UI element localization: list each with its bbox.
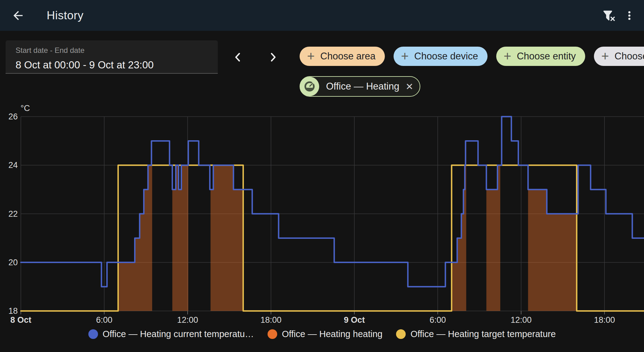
previous-period-button[interactable] (228, 47, 248, 67)
chip-label: Choose device (414, 51, 478, 62)
chip-label: Choose area (320, 51, 376, 62)
top-app-bar: History (0, 0, 644, 31)
chip-label: Choose entity (517, 51, 576, 62)
entity-avatar (300, 77, 319, 96)
legend-item-heating[interactable]: Office — Heating heating (268, 329, 383, 339)
chevron-left-icon (232, 51, 244, 63)
legend-dot-blue (88, 329, 98, 339)
svg-text:22: 22 (8, 209, 18, 219)
chevron-right-icon (267, 51, 279, 63)
legend-item-current-temperature[interactable]: Office — Heating current temperatu… (88, 329, 254, 339)
dots-vertical-icon (623, 9, 636, 22)
svg-text:6:00: 6:00 (96, 315, 113, 325)
remove-entity-icon[interactable]: ✕ (405, 81, 413, 92)
filter-chips-row: + Choose area + Choose device + Choose e… (300, 47, 644, 66)
choose-area-chip[interactable]: + Choose area (300, 47, 385, 66)
next-period-button[interactable] (263, 47, 283, 67)
history-page: History Start date - End date 8 Oct at 0… (0, 0, 644, 352)
svg-text:°C: °C (21, 104, 30, 113)
choose-entity-chip[interactable]: + Choose entity (496, 47, 585, 66)
filter-remove-button[interactable] (599, 5, 619, 26)
svg-text:18:00: 18:00 (260, 315, 282, 325)
svg-text:12:00: 12:00 (511, 315, 532, 325)
svg-text:26: 26 (8, 112, 18, 121)
back-button[interactable] (9, 6, 27, 25)
svg-text:18:00: 18:00 (594, 315, 615, 325)
selected-entity-label: Office — Heating (326, 81, 399, 92)
svg-text:12:00: 12:00 (177, 315, 198, 325)
legend-item-target-temperature[interactable]: Office — Heating target temperature (396, 329, 556, 339)
date-range-label: Start date - End date (16, 46, 218, 55)
svg-text:9 Oct: 9 Oct (344, 315, 365, 325)
page-title: History (47, 9, 84, 22)
arrow-left-icon (11, 9, 25, 22)
thermostat-icon (303, 80, 316, 93)
chart-legend: Office — Heating current temperatu… Offi… (0, 329, 644, 339)
svg-text:18: 18 (8, 306, 18, 316)
legend-dot-orange (268, 329, 277, 339)
legend-dot-yellow (396, 329, 406, 339)
selected-entity-chip[interactable]: Office — Heating ✕ (300, 76, 420, 97)
filter-remove-icon (602, 9, 615, 22)
date-range-field[interactable]: Start date - End date 8 Oct at 00:00 - 9… (6, 40, 218, 74)
svg-text:6:00: 6:00 (430, 315, 446, 325)
svg-text:24: 24 (8, 160, 18, 170)
choose-label-chip[interactable]: + Choose label (594, 47, 644, 66)
svg-text:8 Oct: 8 Oct (10, 315, 31, 325)
overflow-menu-button[interactable] (619, 5, 640, 26)
date-range-value: 8 Oct at 00:00 - 9 Oct at 23:00 (16, 59, 218, 71)
chip-label: Choose label (614, 51, 644, 62)
history-chart[interactable]: °C26242220188 Oct6:0012:0018:009 Oct6:00… (0, 103, 644, 329)
choose-device-chip[interactable]: + Choose device (394, 47, 488, 66)
svg-text:20: 20 (8, 258, 18, 267)
